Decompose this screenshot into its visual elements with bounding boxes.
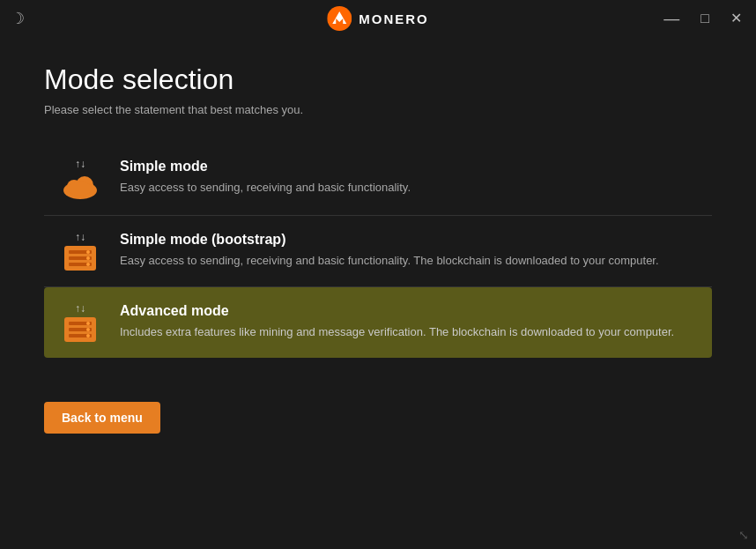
simple-bootstrap-icon-wrap: ↑↓ bbox=[58, 232, 102, 271]
titlebar-center: MONERO bbox=[327, 6, 429, 31]
server-line-2 bbox=[69, 256, 92, 260]
resize-handle-icon[interactable]: ⤡ bbox=[738, 528, 749, 542]
page-subtitle: Please select the statement that best ma… bbox=[44, 103, 712, 116]
simple-mode-desc: Easy access to sending, receiving and ba… bbox=[120, 179, 698, 197]
advanced-mode-desc: Includes extra features like mining and … bbox=[120, 323, 698, 341]
simple-bootstrap-mode-name: Simple mode (bootstrap) bbox=[120, 232, 698, 248]
page-title: Mode selection bbox=[44, 63, 712, 96]
simple-mode-item[interactable]: ↑↓ Simple mode Easy access to sending, r… bbox=[44, 143, 712, 216]
advanced-mode-name: Advanced mode bbox=[120, 303, 698, 319]
server-line-1 bbox=[69, 250, 92, 254]
advanced-server-line-2 bbox=[69, 328, 92, 331]
minimize-button[interactable]: — bbox=[660, 9, 683, 28]
app-title: MONERO bbox=[359, 11, 429, 26]
transfer-arrows-3-icon: ↑↓ bbox=[75, 303, 85, 314]
close-button[interactable]: ✕ bbox=[727, 10, 745, 27]
advanced-server-line-3 bbox=[69, 334, 92, 338]
advanced-server-icon bbox=[64, 317, 96, 342]
simple-bootstrap-mode-item[interactable]: ↑↓ Simple mode (bootstrap) Easy access t… bbox=[44, 216, 712, 287]
simple-bootstrap-mode-text: Simple mode (bootstrap) Easy access to s… bbox=[120, 232, 698, 270]
simple-mode-icon-wrap: ↑↓ bbox=[58, 159, 102, 199]
cloud-icon bbox=[62, 173, 99, 199]
monero-logo-icon bbox=[327, 6, 352, 31]
advanced-mode-icon-wrap: ↑↓ bbox=[58, 303, 102, 342]
advanced-mode-text: Advanced mode Includes extra features li… bbox=[120, 303, 698, 341]
server-line-3 bbox=[69, 263, 92, 266]
simple-mode-name: Simple mode bbox=[120, 159, 698, 174]
simple-bootstrap-mode-desc: Easy access to sending, receiving and ba… bbox=[120, 252, 698, 270]
titlebar: ☽ MONERO — □ ✕ bbox=[0, 0, 756, 37]
server-icon bbox=[64, 246, 96, 271]
svg-point-4 bbox=[69, 182, 92, 196]
main-content: Mode selection Please select the stateme… bbox=[0, 37, 756, 384]
titlebar-left: ☽ bbox=[11, 9, 25, 28]
transfer-arrows-2-icon: ↑↓ bbox=[75, 232, 85, 242]
transfer-arrows-icon: ↑↓ bbox=[75, 159, 85, 169]
maximize-button[interactable]: □ bbox=[697, 10, 713, 27]
titlebar-right: — □ ✕ bbox=[660, 9, 745, 28]
back-to-menu-button[interactable]: Back to menu bbox=[44, 402, 160, 434]
moon-icon: ☽ bbox=[11, 9, 25, 28]
simple-mode-text: Simple mode Easy access to sending, rece… bbox=[120, 159, 698, 197]
advanced-server-line-1 bbox=[69, 322, 92, 325]
advanced-mode-item[interactable]: ↑↓ Advanced mode Includes extra features… bbox=[44, 287, 712, 358]
